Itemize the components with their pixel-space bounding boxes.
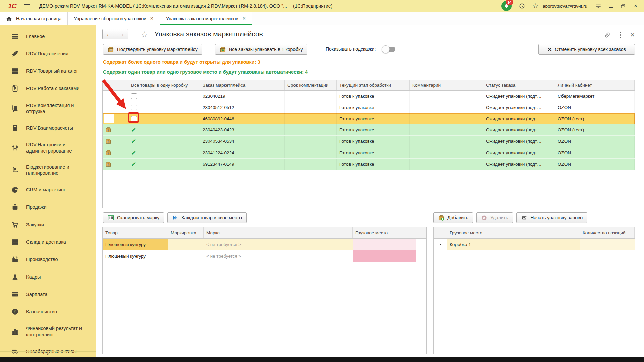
notifications-button[interactable]: 14	[500, 0, 513, 12]
cancel-x-icon: ✕	[547, 46, 552, 53]
delete-cargo-button[interactable]: Удалить	[476, 212, 513, 223]
cancel-all-packing-button[interactable]: ✕ Отменить упаковку всех заказов	[538, 44, 635, 55]
column-header[interactable]: Текущий этап обработки	[337, 80, 410, 90]
history-icon	[519, 3, 525, 9]
more-menu-icon[interactable]	[620, 32, 621, 38]
maximize-button[interactable]	[618, 0, 628, 12]
sidebar-item-rdv-catalog[interactable]: RDV:Товарный каталог	[0, 62, 96, 80]
ruble-icon	[11, 308, 19, 315]
column-header[interactable]: Грузовое место	[353, 227, 416, 238]
column-header[interactable]: Срок комплектации	[285, 80, 337, 90]
sidebar-item-crm[interactable]: CRM и маркетинг	[0, 181, 96, 198]
bag-icon	[11, 203, 19, 211]
expand-marker[interactable]	[434, 239, 447, 250]
tab-close-icon[interactable]: ✕	[242, 16, 246, 21]
favorite-star-icon[interactable]: ☆	[141, 29, 148, 39]
sidebar-item-production[interactable]: Производство	[0, 251, 96, 268]
column-header[interactable]: Заказ маркетплейса	[200, 80, 285, 90]
confirm-packing-button[interactable]: Подтвердить упаковку маркетплейсу	[103, 44, 202, 55]
hints-label: Показывать подсказки:	[326, 46, 376, 52]
box-icon	[105, 138, 111, 144]
sidebar-item-treasury[interactable]: Казначейство	[0, 303, 96, 320]
orders-table-header: Все товары в одну коробку Заказ маркетпл…	[103, 80, 635, 90]
each-item-own-place-button[interactable]: Каждый товар в свое место	[167, 212, 247, 223]
column-header[interactable]: Все товары в одну коробку	[128, 80, 200, 90]
order-row-auto[interactable]: ✓ 23040534-0534 Готов к упаковке Ожидает…	[103, 136, 635, 147]
order-row[interactable]: 023040219 Готов к упаковке Ожидает упако…	[103, 90, 635, 102]
restart-packing-button[interactable]: Начать упаковку заново	[516, 212, 587, 223]
order-row-selected[interactable]: 46080892-0446 Готов к упаковке Ожидает у…	[103, 113, 635, 124]
rocket-icon	[11, 50, 19, 57]
sidebar-item-warehouse[interactable]: Склад и доставка	[0, 233, 96, 251]
window-close-button[interactable]: ×	[631, 0, 641, 12]
titlebar-menu-button[interactable]	[593, 0, 604, 12]
tab-packing[interactable]: Упаковка заказов маркетплейсов ✕	[160, 12, 252, 25]
pack-all-checkbox[interactable]	[131, 93, 137, 99]
sidebar-item-main[interactable]: Главное	[0, 27, 96, 45]
column-header[interactable]: Личный кабинет	[555, 80, 635, 90]
cargo-place-cell[interactable]	[353, 239, 416, 250]
pack-all-one-box-button[interactable]: Все заказы упаковать в 1 коробку	[215, 44, 307, 55]
order-row-auto[interactable]: ✓ 23041224-0224 Готов к упаковке Ожидает…	[103, 147, 635, 159]
favorites-button[interactable]: ☆	[530, 0, 541, 12]
box-icon	[105, 149, 111, 156]
circle-x-icon	[481, 215, 487, 221]
sliders-icon	[11, 144, 19, 152]
scan-mark-button[interactable]: Сканировать марку	[103, 212, 164, 223]
restore-icon	[620, 3, 626, 9]
row-end-cell	[416, 250, 426, 262]
marking-cell[interactable]	[168, 239, 204, 250]
sidebar-item-finresult[interactable]: Финансовый результат и контроллинг	[0, 320, 96, 343]
sidebar-item-rdv-admin[interactable]: RDV:Настройки и администрирование	[0, 137, 96, 159]
sidebar-item-salary[interactable]: Зарплата	[0, 286, 96, 303]
cargo-place-cell[interactable]	[353, 250, 416, 262]
column-header[interactable]: Количество позиций	[580, 227, 635, 238]
packed-check-icon: ✓	[131, 126, 136, 134]
box-plus-icon	[438, 215, 444, 221]
sidebar-item-hr[interactable]: Кадры	[0, 268, 96, 286]
column-header[interactable]: Комментарий	[410, 80, 483, 90]
column-header[interactable]: Марка	[204, 227, 353, 238]
column-header[interactable]: Товар	[103, 227, 168, 238]
back-button[interactable]: ←	[102, 29, 115, 39]
calculator-icon	[11, 124, 19, 132]
user-email[interactable]: aborovtsova@rdv-it.ru	[543, 0, 587, 12]
pack-all-checkbox-highlighted[interactable]	[131, 116, 137, 122]
item-row-selected[interactable]: Плюшевый кунгуру < не требуется >	[103, 239, 426, 250]
tab-close-icon[interactable]: ✕	[150, 16, 154, 21]
sidebar-item-rdv-settlements[interactable]: RDV:Взаиморасчеты	[0, 119, 96, 137]
menu-caret-icon	[595, 3, 602, 9]
hints-toggle[interactable]	[383, 47, 395, 52]
row-end-cell[interactable]	[416, 239, 426, 250]
nav-history-buttons: ← →	[102, 29, 128, 39]
tab-home[interactable]: Начальная страница	[0, 12, 68, 25]
sidebar-item-sales[interactable]: Продажи	[0, 198, 96, 216]
main-menu-icon[interactable]	[24, 4, 30, 8]
order-row[interactable]: 23040512-0512 Готов к упаковке Ожидает у…	[103, 102, 635, 113]
column-header[interactable]: Статус заказа	[483, 80, 555, 90]
sidebar-item-rdv-connections[interactable]: RDV:Подключения	[0, 45, 96, 62]
minimize-button[interactable]	[606, 0, 616, 12]
sidebar-item-rdv-picking[interactable]: RDV:Комплектация и отгрузка	[0, 97, 96, 119]
sidebar-item-purchases[interactable]: Закупки	[0, 216, 96, 233]
bars-icon	[11, 328, 19, 335]
page-close-icon[interactable]: ✕	[630, 31, 635, 39]
forward-button[interactable]: →	[115, 29, 128, 39]
column-header[interactable]: Грузовое место	[447, 227, 580, 238]
add-cargo-button[interactable]: Добавить	[433, 212, 473, 223]
column-header[interactable]: Маркировка	[168, 227, 204, 238]
tab-assembly[interactable]: Управление сборкой и упаковкой ✕	[68, 12, 160, 25]
order-row-auto[interactable]: ✓ 69123447-0149 Готов к упаковке Ожидает…	[103, 159, 635, 170]
cargo-row-selected[interactable]: Коробка 1	[434, 239, 635, 250]
sidebar-item-budgeting[interactable]: Бюджетирование и планирование	[0, 159, 96, 181]
sidebar-item-rdv-orders[interactable]: RDV:Работа с заказами	[0, 80, 96, 97]
marking-cell[interactable]	[168, 250, 204, 262]
history-button[interactable]	[517, 0, 527, 12]
order-row-auto[interactable]: ✓ 23040423-0423 Готов к упаковке Ожидает…	[103, 124, 635, 136]
orders-icon	[11, 85, 19, 92]
count-cell	[580, 239, 635, 250]
get-link-icon[interactable]	[604, 31, 611, 39]
sidebar-scroll-down[interactable]: ▼	[0, 351, 96, 357]
pack-all-checkbox[interactable]	[131, 105, 137, 110]
item-row[interactable]: Плюшевый кунгуру < не требуется >	[103, 250, 426, 262]
